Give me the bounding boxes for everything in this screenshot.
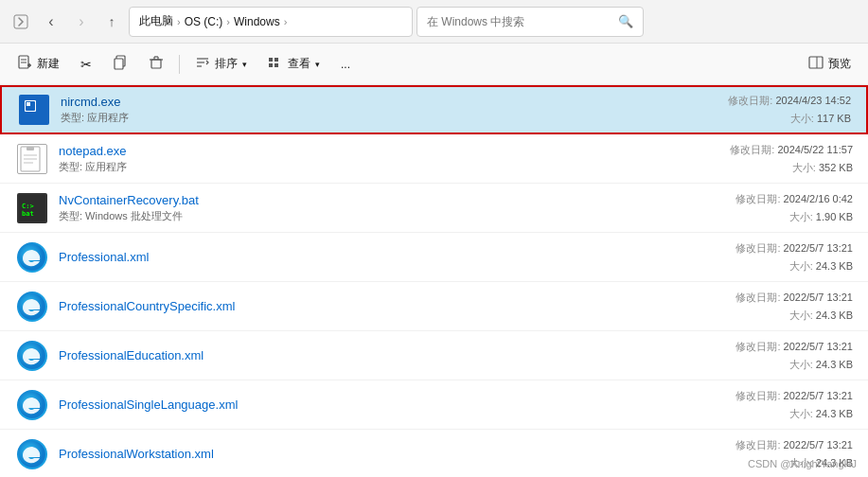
- nav-back-button[interactable]: [8, 9, 34, 35]
- svg-rect-27: [27, 147, 34, 150]
- file-name: Professional.xml: [59, 250, 664, 264]
- file-icon-container: [17, 93, 51, 127]
- file-row[interactable]: Professional.xml 修改日期: 2022/5/7 13:21 大小…: [0, 233, 868, 282]
- file-meta: 修改日期: 2024/4/23 14:52 大小: 117 KB: [662, 92, 851, 127]
- file-name: ProfessionalEducation.xml: [59, 348, 664, 362]
- search-bar[interactable]: 🔍: [416, 7, 644, 37]
- file-size: 大小: 24.3 KB: [664, 356, 853, 374]
- svg-rect-20: [809, 57, 823, 68]
- file-date: 修改日期: 2024/4/23 14:52: [662, 92, 851, 110]
- delete-button[interactable]: [139, 49, 173, 80]
- nircmd-exe-icon: [19, 95, 49, 125]
- file-meta: 修改日期: 2022/5/7 13:21 大小: 24.3 KB: [664, 289, 853, 324]
- file-date: 修改日期: 2024/5/22 11:57: [664, 141, 853, 159]
- file-row[interactable]: ProfessionalCountrySpecific.xml 修改日期: 20…: [0, 282, 868, 331]
- file-row[interactable]: ProfessionalSingleLanguage.xml 修改日期: 202…: [0, 380, 868, 430]
- svg-rect-18: [269, 63, 273, 67]
- nav-forward-arrow[interactable]: ›: [68, 9, 95, 35]
- file-name: ProfessionalSingleLanguage.xml: [59, 398, 664, 412]
- edge-icon: [17, 341, 47, 371]
- svg-rect-0: [14, 15, 27, 28]
- toolbar: 新建 ✂ 排序 ▾ 查看 ▾ ... 预览: [0, 44, 868, 85]
- delete-icon: [149, 55, 164, 73]
- file-date: 修改日期: 2022/5/7 13:21: [664, 289, 853, 307]
- breadcrumb-windows[interactable]: Windows: [234, 15, 280, 28]
- sort-button[interactable]: 排序 ▾: [186, 49, 257, 80]
- file-list: nircmd.exe 类型: 应用程序 修改日期: 2024/4/23 14:5…: [0, 85, 868, 477]
- more-label: ...: [341, 58, 350, 71]
- file-info: ProfessionalCountrySpecific.xml: [59, 299, 664, 313]
- nav-up-arrow[interactable]: ↑: [98, 9, 125, 35]
- breadcrumb-thispc[interactable]: 此电脑: [139, 13, 173, 29]
- view-icon: [268, 55, 283, 73]
- file-row[interactable]: nircmd.exe 类型: 应用程序 修改日期: 2024/4/23 14:5…: [0, 85, 868, 134]
- preview-button[interactable]: 预览: [799, 49, 860, 80]
- search-input[interactable]: [427, 15, 611, 28]
- file-meta: 修改日期: 2022/5/7 13:21 大小: 24.3 KB: [664, 387, 853, 422]
- file-name: ProfessionalCountrySpecific.xml: [59, 299, 664, 313]
- title-bar: ‹ › ↑ 此电脑 › OS (C:) › Windows › 🔍: [0, 0, 868, 44]
- bat-icon: C:> bat: [17, 193, 47, 223]
- view-label: 查看: [288, 56, 310, 72]
- cut-button[interactable]: ✂: [71, 49, 101, 80]
- svg-rect-7: [115, 59, 123, 69]
- svg-rect-8: [151, 60, 161, 68]
- file-info: ProfessionalWorkstation.xml: [59, 447, 664, 461]
- sort-label: 排序: [215, 56, 238, 72]
- breadcrumb-sep-1: ›: [175, 16, 183, 27]
- file-date: 修改日期: 2022/5/7 13:21: [664, 387, 853, 405]
- new-icon: [17, 55, 32, 73]
- view-button[interactable]: 查看 ▾: [258, 49, 329, 80]
- file-row[interactable]: ProfessionalWorkstation.xml 修改日期: 2022/5…: [0, 430, 868, 477]
- file-type: 类型: 应用程序: [61, 111, 662, 125]
- breadcrumb-c[interactable]: OS (C:): [185, 15, 223, 28]
- copy-button[interactable]: [103, 49, 137, 80]
- file-type: 类型: 应用程序: [59, 160, 664, 174]
- file-meta: 修改日期: 2024/5/22 11:57 大小: 352 KB: [664, 141, 853, 176]
- file-row[interactable]: ProfessionalEducation.xml 修改日期: 2022/5/7…: [0, 331, 868, 380]
- file-icon-container: [15, 437, 49, 471]
- file-name: ProfessionalWorkstation.xml: [59, 447, 664, 461]
- file-info: Professional.xml: [59, 250, 664, 264]
- file-info: NvContainerRecovery.bat 类型: Windows 批处理文…: [59, 193, 664, 223]
- svg-rect-16: [269, 58, 273, 62]
- file-size: 大小: 24.3 KB: [664, 405, 853, 423]
- file-name: notepad.exe: [59, 144, 664, 158]
- file-icon-container: C:> bat: [15, 191, 49, 225]
- svg-text:C:>: C:>: [22, 203, 34, 210]
- file-icon-container: [15, 388, 49, 422]
- new-label: 新建: [37, 56, 60, 72]
- nav-back-arrow[interactable]: ‹: [38, 9, 64, 35]
- breadcrumb-sep-2: ›: [224, 16, 232, 27]
- new-button[interactable]: 新建: [8, 49, 69, 80]
- search-icon[interactable]: 🔍: [618, 14, 633, 28]
- file-meta: 修改日期: 2022/5/7 13:21 大小: 24.3 KB: [664, 338, 853, 373]
- breadcrumb: 此电脑 › OS (C:) › Windows ›: [129, 7, 413, 37]
- file-name: NvContainerRecovery.bat: [59, 193, 664, 207]
- file-meta: 修改日期: 2022/5/7 13:21 大小: 24.3 KB: [664, 239, 853, 274]
- file-size: 大小: 24.3 KB: [664, 257, 853, 275]
- file-date: 修改日期: 2022/5/7 13:21: [664, 436, 853, 454]
- file-info: nircmd.exe 类型: 应用程序: [61, 95, 662, 125]
- watermark: CSDN @KnightYangHJ: [748, 458, 857, 469]
- preview-icon: [808, 55, 824, 73]
- file-date: 修改日期: 2022/5/7 13:21: [664, 239, 853, 257]
- cut-icon: ✂: [80, 57, 92, 72]
- notepad-icon: [17, 144, 47, 174]
- file-size: 大小: 117 KB: [662, 110, 851, 128]
- file-row[interactable]: notepad.exe 类型: 应用程序 修改日期: 2024/5/22 11:…: [0, 134, 868, 184]
- file-row[interactable]: C:> bat NvContainerRecovery.bat 类型: Wind…: [0, 184, 868, 233]
- file-meta: 修改日期: 2024/2/16 0:42 大小: 1.90 KB: [664, 190, 853, 225]
- svg-rect-17: [275, 58, 278, 62]
- file-icon-container: [15, 142, 49, 176]
- file-name: nircmd.exe: [61, 95, 662, 109]
- more-button[interactable]: ...: [331, 49, 360, 80]
- edge-icon: [17, 390, 47, 420]
- sort-chevron: ▾: [242, 60, 247, 69]
- file-info: ProfessionalEducation.xml: [59, 348, 664, 362]
- file-icon-container: [15, 240, 49, 274]
- file-info: notepad.exe 类型: 应用程序: [59, 144, 664, 174]
- breadcrumb-sep-3: ›: [282, 16, 290, 27]
- edge-icon: [17, 292, 47, 322]
- view-chevron: ▾: [315, 60, 320, 69]
